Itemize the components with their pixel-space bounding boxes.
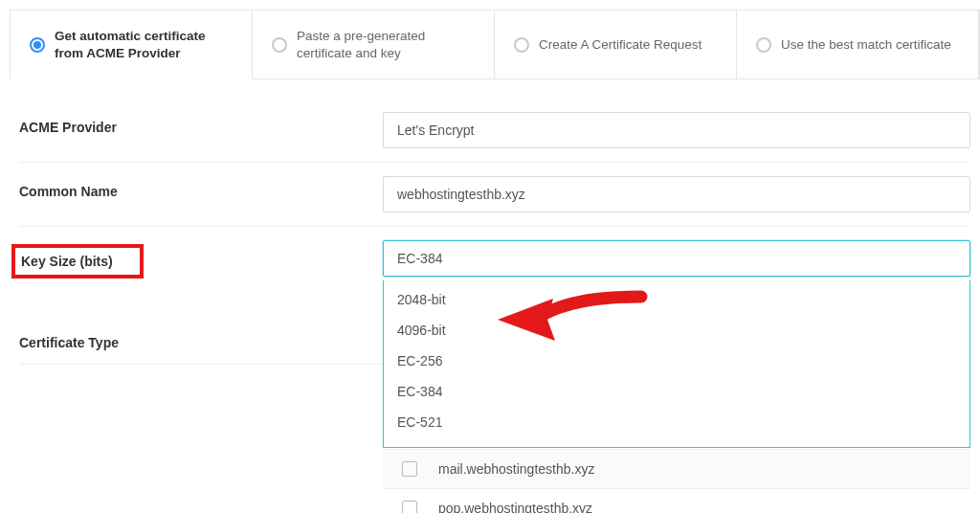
row-key-size: Key Size (bits) EC-384 2048-bit 4096-bit… [19,227,970,513]
common-name-input[interactable]: webhostingtesthb.xyz [383,176,970,212]
key-size-select[interactable]: EC-384 [383,240,970,277]
radio-icon [756,37,771,53]
row-certificate-type: Certificate Type [19,314,383,365]
domain-row: mail.webhostingtesthb.xyz [383,449,970,489]
key-size-dropdown: 2048-bit 4096-bit EC-256 EC-384 EC-521 [383,280,970,448]
key-size-option[interactable]: EC-521 [384,407,969,437]
radio-icon [272,37,287,53]
domain-checkbox[interactable] [402,461,417,477]
tab-acme-auto[interactable]: Get automatic certificate from ACME Prov… [11,11,253,79]
label-acme-provider: ACME Provider [19,112,383,135]
domain-row: pop.webhostingtesthb.xyz [383,489,970,513]
domain-name: pop.webhostingtesthb.xyz [438,501,592,513]
radio-icon [514,37,529,53]
label-certificate-type: Certificate Type [19,327,119,350]
row-common-name: Common Name webhostingtesthb.xyz [19,163,970,227]
domain-entries: mail.webhostingtesthb.xyz pop.webhosting… [383,449,970,513]
radio-icon [30,37,45,53]
tab-label: Use the best match certificate [781,36,951,54]
tab-paste-cert[interactable]: Paste a pre-generated certificate and ke… [253,11,495,79]
domain-name: mail.webhostingtesthb.xyz [438,461,594,477]
tab-label: Paste a pre-generated certificate and ke… [297,28,475,61]
key-size-option[interactable]: 4096-bit [384,315,969,346]
certificate-source-tabs: Get automatic certificate from ACME Prov… [10,10,980,79]
tab-label: Create A Certificate Request [539,36,702,54]
acme-provider-select[interactable]: Let's Encrypt [383,112,970,148]
row-acme-provider: ACME Provider Let's Encrypt [19,99,970,163]
label-common-name: Common Name [19,176,383,199]
tab-label: Get automatic certificate from ACME Prov… [55,28,233,61]
key-size-option[interactable]: 2048-bit [384,284,969,315]
domain-checkbox[interactable] [402,501,417,513]
key-size-option[interactable]: EC-384 [384,376,969,407]
label-key-size: Key Size (bits) [11,244,144,279]
tab-create-csr[interactable]: Create A Certificate Request [495,11,737,79]
tab-best-match[interactable]: Use the best match certificate [737,11,979,79]
key-size-option[interactable]: EC-256 [384,346,969,376]
